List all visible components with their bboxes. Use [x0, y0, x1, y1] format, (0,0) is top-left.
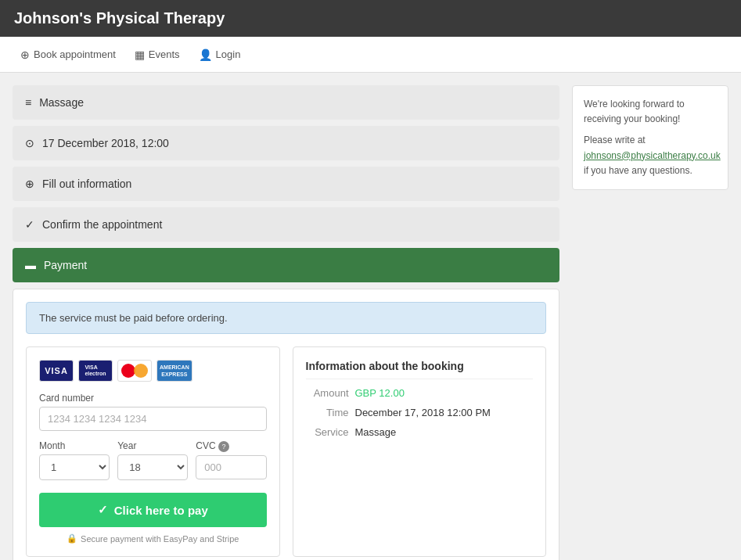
service-value: Massage: [355, 426, 397, 438]
nav-login[interactable]: 👤 Login: [192, 48, 247, 61]
step-massage[interactable]: ≡ Massage: [13, 85, 559, 120]
booking-info-title: Information about the booking: [306, 360, 534, 379]
year-group: Year 1819202122: [117, 440, 188, 480]
step-datetime-label: 17 December 2018, 12:00: [42, 137, 169, 149]
sidebar-email[interactable]: johnsons@physicaltherapy.co.uk: [584, 150, 721, 161]
app-header: Johnson's Physical Therapy: [0, 0, 741, 37]
payment-alert: The service must be paid before ordering…: [26, 302, 546, 334]
sidebar-card: We're looking forward to receiving your …: [572, 85, 728, 190]
datetime-step-icon: ⊙: [25, 137, 34, 149]
year-select[interactable]: 1819202122: [117, 454, 188, 480]
sidebar-line2: Please write at: [584, 135, 646, 145]
mc-circle-right: [134, 364, 148, 378]
sidebar-line3: if you have any questions.: [584, 165, 692, 176]
card-details-row: Month 1234 5678 9101112 Year 1819202122: [39, 440, 267, 480]
month-select[interactable]: 1234 5678 9101112: [39, 454, 110, 480]
massage-step-icon: ≡: [25, 96, 31, 109]
booking-time-row: Time December 17, 2018 12:00 PM: [306, 407, 534, 418]
amount-key: Amount: [306, 387, 349, 399]
info-step-icon: ⊕: [25, 178, 34, 190]
app-title: Johnson's Physical Therapy: [14, 9, 225, 27]
step-massage-label: Massage: [39, 96, 84, 109]
step-payment-label: Payment: [44, 259, 87, 271]
amount-value: GBP 12.00: [355, 387, 405, 399]
payment-step-icon: ▬: [25, 259, 36, 271]
book-icon: ⊕: [20, 48, 30, 61]
card-number-label: Card number: [39, 393, 267, 404]
cvc-label: CVC ?: [196, 440, 266, 452]
time-value: December 17, 2018 12:00 PM: [355, 407, 491, 418]
booking-amount-row: Amount GBP 12.00: [306, 387, 534, 399]
step-confirm[interactable]: ✓ Confirm the appointment: [13, 207, 559, 242]
step-confirm-label: Confirm the appointment: [42, 218, 162, 231]
cvc-input[interactable]: [196, 455, 266, 479]
main-content: ≡ Massage ⊙ 17 December 2018, 12:00 ⊕ Fi…: [0, 73, 741, 560]
alert-message: The service must be paid before ordering…: [39, 312, 228, 324]
service-key: Service: [306, 426, 349, 438]
visa-logo: VISA: [39, 360, 74, 382]
confirm-step-icon: ✓: [25, 218, 34, 231]
payment-card-wrapper: VISA VISAelectron AMERICANEXPRESS Card n…: [26, 346, 546, 557]
main-nav: ⊕ Book appointment ▦ Events 👤 Login: [0, 37, 741, 73]
amex-logo: AMERICANEXPRESS: [156, 360, 192, 382]
payment-form: VISA VISAelectron AMERICANEXPRESS Card n…: [26, 346, 280, 557]
month-group: Month 1234 5678 9101112: [39, 440, 110, 480]
nav-book-appointment[interactable]: ⊕ Book appointment: [14, 48, 122, 61]
cvc-help-icon[interactable]: ?: [218, 441, 229, 452]
pay-button[interactable]: ✓ Click here to pay: [39, 493, 267, 527]
time-key: Time: [306, 407, 349, 418]
user-icon: 👤: [199, 48, 212, 61]
left-column: ≡ Massage ⊙ 17 December 2018, 12:00 ⊕ Fi…: [13, 85, 559, 560]
booking-service-row: Service Massage: [306, 426, 534, 438]
sidebar: We're looking forward to receiving your …: [572, 85, 728, 560]
checkmark-icon: ✓: [98, 503, 108, 517]
step-fill-label: Fill out information: [42, 178, 131, 190]
sidebar-line1: We're looking forward to receiving your …: [584, 97, 717, 127]
mastercard-logo: [117, 360, 152, 382]
payment-section: The service must be paid before ordering…: [13, 289, 559, 560]
step-payment[interactable]: ▬ Payment: [13, 248, 559, 282]
month-label: Month: [39, 440, 110, 451]
year-label: Year: [117, 440, 188, 451]
secure-label: 🔒 Secure payment with EasyPay and Stripe: [39, 533, 267, 544]
calendar-icon: ▦: [135, 48, 145, 61]
card-logos: VISA VISAelectron AMERICANEXPRESS: [39, 360, 267, 382]
visa-electron-logo: VISAelectron: [78, 360, 113, 382]
nav-events[interactable]: ▦ Events: [128, 48, 186, 61]
cvc-group: CVC ?: [196, 440, 266, 480]
pay-button-label: Click here to pay: [114, 504, 208, 517]
booking-info-panel: Information about the booking Amount GBP…: [293, 346, 547, 557]
lock-icon: 🔒: [67, 533, 77, 544]
card-number-input[interactable]: [39, 407, 267, 431]
step-fill-info[interactable]: ⊕ Fill out information: [13, 167, 559, 201]
step-datetime[interactable]: ⊙ 17 December 2018, 12:00: [13, 126, 559, 160]
nav-events-label: Events: [149, 48, 180, 60]
nav-login-label: Login: [216, 48, 241, 60]
sidebar-contact: Please write at johnsons@physicaltherapy…: [584, 133, 717, 178]
nav-book-label: Book appointment: [34, 48, 116, 60]
